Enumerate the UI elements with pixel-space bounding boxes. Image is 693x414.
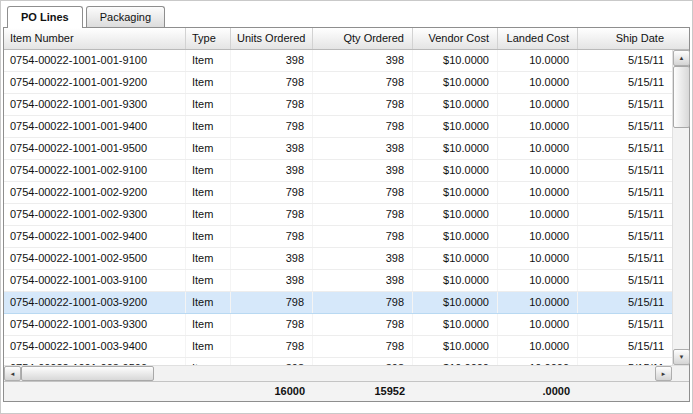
total-ship-date	[578, 382, 592, 401]
cell-type: Item	[186, 50, 231, 71]
cell-vendor-cost: $10.0000	[413, 336, 498, 357]
table-row[interactable]: 0754-00022-1001-001-9500Item398398$10.00…	[4, 138, 672, 160]
scroll-right-icon: ►	[661, 371, 667, 377]
cell-vendor-cost: $10.0000	[413, 94, 498, 115]
cell-ship-date: 5/15/11	[578, 138, 672, 159]
cell-item-number: 0754-00022-1001-002-9500	[4, 248, 186, 269]
cell-qty-ordered: 798	[313, 72, 413, 93]
po-lines-table: Item NumberTypeUnits OrderedQty OrderedV…	[3, 27, 690, 402]
cell-qty-ordered: 798	[313, 182, 413, 203]
column-header-item-number[interactable]: Item Number	[4, 28, 186, 49]
cell-vendor-cost: $10.0000	[413, 314, 498, 335]
cell-landed-cost: 10.0000	[498, 270, 578, 291]
column-header-units-ordered[interactable]: Units Ordered	[231, 28, 313, 49]
cell-units-ordered: 798	[231, 292, 313, 313]
scroll-right-button[interactable]: ►	[655, 366, 672, 381]
tab-bar: PO Lines Packaging	[1, 1, 692, 27]
scroll-up-button[interactable]: ▲	[673, 50, 690, 66]
cell-qty-ordered: 398	[313, 358, 413, 365]
cell-type: Item	[186, 160, 231, 181]
cell-item-number: 0754-00022-1001-002-9200	[4, 182, 186, 203]
cell-type: Item	[186, 270, 231, 291]
cell-units-ordered: 398	[231, 248, 313, 269]
table-row[interactable]: 0754-00022-1001-001-9300Item798798$10.00…	[4, 94, 672, 116]
horizontal-scrollbar-track[interactable]	[21, 366, 655, 381]
table-row[interactable]: 0754-00022-1001-002-9200Item798798$10.00…	[4, 182, 672, 204]
cell-vendor-cost: $10.0000	[413, 160, 498, 181]
column-header-type[interactable]: Type	[186, 28, 231, 49]
horizontal-scrollbar-thumb[interactable]	[21, 366, 154, 381]
cell-ship-date: 5/15/11	[578, 358, 672, 365]
table-row[interactable]: 0754-00022-1001-003-9300Item798798$10.00…	[4, 314, 672, 336]
cell-qty-ordered: 398	[313, 138, 413, 159]
cell-type: Item	[186, 138, 231, 159]
table-row[interactable]: 0754-00022-1001-003-9200Item798798$10.00…	[4, 292, 672, 314]
table-row[interactable]: 0754-00022-1001-001-9100Item398398$10.00…	[4, 50, 672, 72]
total-qty-ordered: 15952	[313, 382, 413, 401]
cell-units-ordered: 398	[231, 160, 313, 181]
cell-units-ordered: 398	[231, 270, 313, 291]
cell-type: Item	[186, 248, 231, 269]
cell-type: Item	[186, 336, 231, 357]
column-header-landed-cost[interactable]: Landed Cost	[498, 28, 578, 49]
cell-qty-ordered: 398	[313, 248, 413, 269]
cell-landed-cost: 10.0000	[498, 358, 578, 365]
cell-vendor-cost: $10.0000	[413, 226, 498, 247]
table-row[interactable]: 0754-00022-1001-001-9400Item798798$10.00…	[4, 116, 672, 138]
table-row[interactable]: 0754-00022-1001-002-9500Item398398$10.00…	[4, 248, 672, 270]
vertical-scrollbar[interactable]: ▲ ▼	[672, 50, 689, 365]
cell-units-ordered: 798	[231, 94, 313, 115]
table-row[interactable]: 0754-00022-1001-003-9400Item798798$10.00…	[4, 336, 672, 358]
table-row[interactable]: 0754-00022-1001-003-9500Item398398$10.00…	[4, 358, 672, 365]
cell-landed-cost: 10.0000	[498, 50, 578, 71]
cell-ship-date: 5/15/11	[578, 314, 672, 335]
scroll-down-icon: ▼	[679, 354, 685, 360]
cell-item-number: 0754-00022-1001-003-9500	[4, 358, 186, 365]
cell-vendor-cost: $10.0000	[413, 248, 498, 269]
scroll-down-button[interactable]: ▼	[673, 349, 690, 365]
column-header-qty-ordered[interactable]: Qty Ordered	[313, 28, 413, 49]
cell-units-ordered: 398	[231, 138, 313, 159]
tab-po-lines[interactable]: PO Lines	[7, 6, 83, 28]
cell-type: Item	[186, 314, 231, 335]
cell-ship-date: 5/15/11	[578, 72, 672, 93]
cell-type: Item	[186, 226, 231, 247]
cell-landed-cost: 10.0000	[498, 182, 578, 203]
cell-units-ordered: 398	[231, 50, 313, 71]
cell-ship-date: 5/15/11	[578, 50, 672, 71]
scroll-left-button[interactable]: ◄	[4, 366, 21, 381]
cell-ship-date: 5/15/11	[578, 292, 672, 313]
cell-ship-date: 5/15/11	[578, 336, 672, 357]
cell-item-number: 0754-00022-1001-001-9400	[4, 116, 186, 137]
column-header-ship-date[interactable]: Ship Date	[578, 28, 672, 49]
cell-item-number: 0754-00022-1001-001-9100	[4, 50, 186, 71]
horizontal-scrollbar[interactable]: ◄ ►	[4, 365, 689, 381]
cell-qty-ordered: 798	[313, 226, 413, 247]
tab-packaging[interactable]: Packaging	[86, 6, 165, 27]
vertical-scrollbar-thumb[interactable]	[673, 66, 690, 128]
total-vendor-cost	[413, 382, 498, 401]
vertical-scrollbar-track[interactable]	[673, 66, 689, 349]
cell-ship-date: 5/15/11	[578, 226, 672, 247]
footer-filler	[592, 382, 609, 401]
cell-item-number: 0754-00022-1001-001-9500	[4, 138, 186, 159]
table-row[interactable]: 0754-00022-1001-002-9100Item398398$10.00…	[4, 160, 672, 182]
cell-type: Item	[186, 72, 231, 93]
total-units-ordered: 16000	[231, 382, 313, 401]
column-header-vendor-cost[interactable]: Vendor Cost	[413, 28, 498, 49]
cell-landed-cost: 10.0000	[498, 336, 578, 357]
cell-item-number: 0754-00022-1001-001-9300	[4, 94, 186, 115]
cell-landed-cost: 10.0000	[498, 226, 578, 247]
cell-qty-ordered: 398	[313, 270, 413, 291]
cell-landed-cost: 10.0000	[498, 314, 578, 335]
table-row[interactable]: 0754-00022-1001-002-9300Item798798$10.00…	[4, 204, 672, 226]
scroll-left-icon: ◄	[10, 371, 16, 377]
cell-item-number: 0754-00022-1001-002-9400	[4, 226, 186, 247]
cell-qty-ordered: 798	[313, 116, 413, 137]
cell-type: Item	[186, 204, 231, 225]
table-row[interactable]: 0754-00022-1001-001-9200Item798798$10.00…	[4, 72, 672, 94]
cell-qty-ordered: 398	[313, 50, 413, 71]
table-row[interactable]: 0754-00022-1001-003-9100Item398398$10.00…	[4, 270, 672, 292]
table-row[interactable]: 0754-00022-1001-002-9400Item798798$10.00…	[4, 226, 672, 248]
cell-ship-date: 5/15/11	[578, 270, 672, 291]
